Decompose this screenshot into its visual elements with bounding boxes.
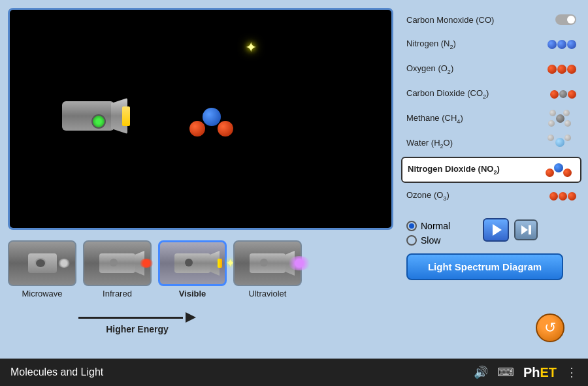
step-bar-icon [529, 225, 531, 234]
atom-nitrogen [203, 108, 221, 126]
phet-logo: PhET [523, 365, 557, 380]
molecule-item-h2o[interactable]: Water (H2O) [401, 132, 581, 155]
energy-line [78, 317, 183, 319]
molecule-label-no2: Nitrogen Dioxide (NO2) [408, 164, 542, 176]
flashlight-lens [122, 106, 130, 126]
play-icon [493, 224, 502, 236]
step-button[interactable] [514, 219, 538, 240]
molecule-label-h2o: Water (H2O) [406, 138, 544, 150]
molecule-item-n2[interactable]: Nitrogen (N2) [401, 33, 581, 56]
refresh-icon: ↺ [544, 319, 556, 336]
infrared-box[interactable] [83, 240, 152, 286]
molecule-icon-n2 [544, 35, 576, 54]
atom-oxygen-2 [218, 121, 233, 137]
speaker-icon[interactable]: 🔊 [474, 365, 488, 379]
speed-normal-radio[interactable] [406, 221, 417, 231]
energy-label: Higher Energy [106, 324, 169, 334]
molecule-icon-o2 [544, 60, 576, 78]
molecule-label-ch4: Methane (CH4) [406, 113, 544, 125]
molecule-item-ch4[interactable]: Methane (CH4) [401, 107, 581, 131]
atom-oxygen-1 [189, 121, 205, 137]
bottom-icons: 🔊 ⌨ PhET ⋮ [474, 365, 578, 380]
bottom-bar: Molecules and Light 🔊 ⌨ PhET ⋮ [0, 359, 588, 386]
molecule-label-n2: Nitrogen (N2) [406, 39, 544, 50]
molecule-selector-panel: Carbon Monoxide (CO) Nitrogen (N2) Oxyge… [401, 8, 581, 280]
molecule-item-co[interactable]: Carbon Monoxide (CO) [401, 8, 581, 31]
light-type-microwave[interactable]: Microwave [8, 240, 76, 298]
speed-selector: Normal Slow [406, 221, 450, 246]
molecule-list: Carbon Monoxide (CO) Nitrogen (N2) Oxyge… [401, 8, 581, 208]
molecule-icon-no2 [542, 161, 575, 179]
infrared-label: Infrared [103, 289, 132, 298]
more-options-icon[interactable]: ⋮ [566, 365, 578, 379]
ultraviolet-box[interactable] [233, 240, 302, 286]
speed-slow-radio[interactable] [406, 235, 417, 246]
visible-box[interactable]: ✦ [158, 240, 227, 286]
molecule-icon-co2 [544, 85, 576, 103]
microwave-icon [28, 253, 57, 273]
microwave-label: Microwave [22, 289, 62, 298]
molecule-icon-co [544, 10, 576, 29]
energy-arrowhead-icon [186, 312, 196, 323]
keyboard-icon[interactable]: ⌨ [497, 365, 514, 379]
light-type-visible[interactable]: ✦ Visible [158, 240, 227, 298]
speed-normal-label: Normal [421, 221, 450, 231]
molecule-label-o2: Oxygen (O2) [406, 63, 544, 75]
app-title: Molecules and Light [10, 366, 474, 378]
simulation-canvas: ✦ [8, 8, 393, 230]
light-type-ultraviolet[interactable]: Ultraviolet [233, 240, 302, 298]
play-step-controls [483, 218, 538, 242]
molecule-item-o3[interactable]: Ozone (O3) [401, 184, 581, 208]
energy-arrow [78, 312, 196, 323]
visible-icon: ✦ [174, 253, 210, 273]
ultraviolet-icon [250, 253, 286, 273]
toggle-co[interactable] [555, 14, 576, 25]
molecule-item-o2[interactable]: Oxygen (O2) [401, 57, 581, 81]
molecule-icon-h2o [544, 135, 576, 153]
molecule-display [193, 108, 232, 147]
play-button[interactable] [483, 218, 509, 242]
molecule-item-no2[interactable]: Nitrogen Dioxide (NO2) [401, 157, 581, 183]
light-type-selector: Microwave Infrared ✦ [8, 240, 302, 298]
molecule-label-o3: Ozone (O3) [406, 190, 544, 202]
microwave-box[interactable] [8, 240, 76, 286]
speed-normal-row[interactable]: Normal [406, 221, 450, 231]
flashlight-button[interactable] [91, 114, 106, 129]
photon-particle: ✦ [245, 39, 257, 56]
molecule-label-co: Carbon Monoxide (CO) [406, 15, 544, 25]
flashlight-body [62, 101, 114, 131]
speed-slow-row[interactable]: Slow [406, 235, 450, 246]
playback-controls: Normal Slow [401, 214, 581, 246]
light-type-infrared[interactable]: Infrared [83, 240, 152, 298]
molecule-icon-o3 [544, 187, 576, 205]
flashlight[interactable] [49, 95, 127, 140]
speed-slow-label: Slow [421, 235, 440, 246]
refresh-button[interactable]: ↺ [536, 314, 564, 342]
molecule-icon-ch4 [544, 110, 576, 128]
ultraviolet-label: Ultraviolet [249, 289, 287, 298]
infrared-icon [99, 253, 135, 273]
energy-section: Higher Energy [78, 312, 196, 334]
visible-label: Visible [179, 289, 206, 298]
molecule-label-co2: Carbon Dioxide (CO2) [406, 88, 544, 100]
molecule-item-co2[interactable]: Carbon Dioxide (CO2) [401, 82, 581, 106]
step-icon [521, 225, 528, 234]
light-spectrum-button[interactable]: Light Spectrum Diagram [406, 253, 563, 280]
